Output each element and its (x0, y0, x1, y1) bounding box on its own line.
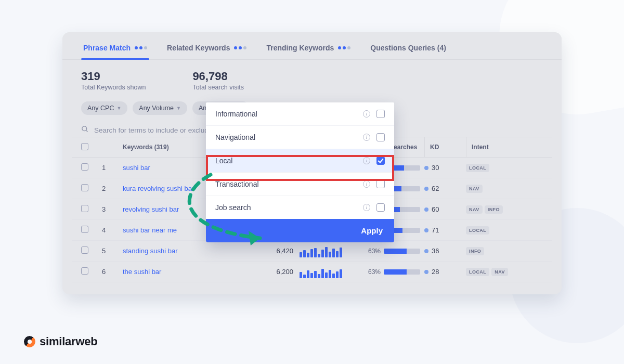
intent-cell: INFO (466, 247, 534, 255)
kd-cell: 60 (424, 205, 466, 213)
filter-cpc[interactable]: Any CPC▼ (81, 101, 127, 115)
select-all-checkbox[interactable] (81, 143, 88, 150)
status-dots-icon (338, 46, 350, 49)
intent-chip: NAV (491, 268, 508, 276)
col-kd[interactable]: KD (424, 137, 466, 157)
intent-option-label: Transactional (215, 180, 259, 188)
chevron-down-icon: ▼ (176, 106, 181, 111)
intent-option-label: Informational (215, 110, 257, 118)
row-checkbox[interactable] (81, 163, 88, 171)
col-intent[interactable]: Intent (466, 137, 534, 157)
summary-stats: 319 Total Keywords shown 96,798 Total se… (62, 60, 562, 98)
status-dots-icon (135, 46, 147, 49)
intent-chip: INFO (466, 247, 484, 255)
stat-value: 96,798 (192, 70, 244, 83)
intent-option-label: Job search (215, 203, 251, 212)
svg-point-0 (82, 126, 87, 131)
info-icon[interactable]: i (363, 157, 370, 164)
kd-cell: 30 (424, 164, 466, 172)
kd-cell: 62 (424, 185, 466, 192)
row-checkbox[interactable] (81, 205, 88, 212)
search-icon (81, 125, 89, 135)
tab-bar: Phrase Match Related Keywords Trending K… (62, 32, 562, 60)
row-checkbox[interactable] (81, 226, 88, 233)
filter-label: Any Volume (139, 105, 174, 112)
filter-label: Any CPC (87, 105, 114, 112)
intent-option[interactable]: Navigationali (206, 126, 394, 149)
brand-logo: similarweb (24, 335, 98, 348)
intent-chip: LOCAL (466, 268, 489, 276)
tab-label: Questions Queries (4) (370, 44, 446, 52)
info-icon[interactable]: i (363, 180, 370, 188)
trend-sparkline (300, 266, 367, 278)
intent-option[interactable]: Locali (206, 149, 394, 173)
search-placeholder: Search for terms to include or exclude (94, 126, 212, 134)
intent-checkbox[interactable] (376, 180, 385, 188)
intent-checkbox[interactable] (376, 133, 385, 141)
intent-checkbox[interactable] (376, 157, 385, 165)
stat-value: 319 (81, 70, 146, 83)
brand-name: similarweb (40, 335, 98, 348)
kd-cell: 71 (424, 226, 466, 234)
tab-phrase-match[interactable]: Phrase Match (81, 40, 149, 59)
chevron-down-icon: ▼ (116, 106, 121, 111)
intent-chip: LOCAL (466, 226, 489, 235)
trend-sparkline (300, 245, 367, 257)
row-number: 2 (102, 185, 123, 192)
intent-cell: LOCAL (466, 226, 534, 235)
row-number: 3 (102, 205, 123, 213)
volume-value: 6,420 (232, 247, 300, 255)
apply-button[interactable]: Apply (206, 219, 394, 242)
tab-trending-keywords[interactable]: Trending Keywords (264, 40, 353, 59)
row-checkbox[interactable] (81, 267, 88, 275)
info-icon[interactable]: i (363, 110, 370, 118)
stat-total-visits: 96,798 Total search visits (192, 70, 244, 91)
row-number: 4 (102, 226, 123, 234)
kd-cell: 28 (424, 268, 466, 276)
stat-label: Total search visits (192, 84, 244, 91)
info-icon[interactable]: i (363, 134, 370, 141)
status-dots-icon (234, 46, 246, 49)
row-number: 1 (102, 164, 123, 172)
svg-line-1 (86, 131, 87, 132)
keyword-link[interactable]: standing sushi bar (123, 247, 232, 255)
volume-value: 6,200 (232, 268, 300, 276)
intent-cell: NAV (466, 185, 534, 193)
intent-option-label: Navigational (215, 133, 255, 141)
logo-icon (24, 336, 35, 347)
row-number: 5 (102, 247, 123, 255)
keyword-link[interactable]: the sushi bar (123, 268, 232, 276)
tab-related-keywords[interactable]: Related Keywords (165, 40, 249, 59)
intent-option[interactable]: Informationali (206, 102, 394, 126)
kd-cell: 36 (424, 247, 466, 255)
stat-total-keywords: 319 Total Keywords shown (81, 70, 146, 91)
zero-click-cell: 63% (367, 248, 424, 255)
intent-option[interactable]: Job searchi (206, 196, 394, 219)
stat-label: Total Keywords shown (81, 84, 146, 91)
intent-chip: NAV (466, 205, 483, 214)
intent-chip: LOCAL (466, 164, 489, 172)
intent-checkbox[interactable] (376, 110, 385, 118)
tab-label: Trending Keywords (266, 44, 334, 52)
intent-option-label: Local (215, 157, 232, 165)
intent-option[interactable]: Transactionali (206, 173, 394, 196)
intent-cell: LOCAL (466, 164, 534, 172)
row-number: 6 (102, 268, 123, 276)
table-row: 6the sushi bar6,20063%28LOCALNAV (72, 262, 552, 282)
row-checkbox[interactable] (81, 184, 88, 191)
filter-volume[interactable]: Any Volume▼ (133, 101, 187, 115)
tab-label: Related Keywords (167, 44, 230, 52)
intent-cell: NAVINFO (466, 205, 534, 214)
intent-checkbox[interactable] (376, 203, 385, 212)
intent-chip: INFO (485, 205, 503, 214)
intent-cell: LOCALNAV (466, 268, 534, 276)
tab-label: Phrase Match (83, 44, 131, 52)
row-checkbox[interactable] (81, 246, 88, 254)
tab-questions-queries[interactable]: Questions Queries (4) (368, 40, 448, 59)
info-icon[interactable]: i (363, 204, 370, 211)
intent-filter-dropdown: InformationaliNavigationaliLocaliTransac… (206, 102, 394, 242)
table-row: 5standing sushi bar6,42063%36INFO (72, 241, 552, 262)
zero-click-cell: 63% (367, 268, 424, 276)
intent-chip: NAV (466, 185, 483, 193)
